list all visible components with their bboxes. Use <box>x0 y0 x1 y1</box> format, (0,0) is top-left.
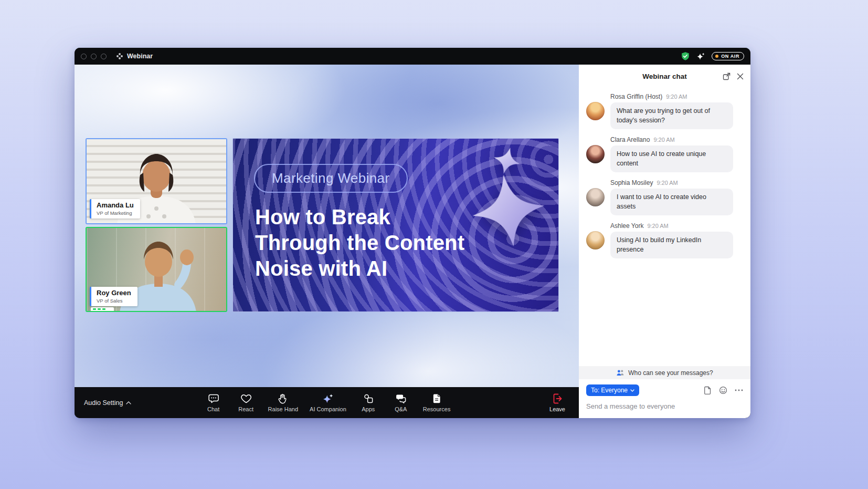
ai-sparkle-icon[interactable] <box>696 52 705 61</box>
heart-icon <box>240 393 252 404</box>
on-air-badge: ON AIR <box>712 52 744 60</box>
react-button[interactable]: React <box>236 393 257 412</box>
to-everyone-label: To: Everyone <box>591 387 628 394</box>
app-title: Webinar <box>127 53 153 60</box>
speaker-name: Roy Green <box>97 289 131 297</box>
audio-setting-label: Audio Setting <box>84 399 123 407</box>
leave-label: Leave <box>549 406 565 412</box>
leave-icon <box>552 393 563 404</box>
privacy-note-text: Who can see your messages? <box>628 369 713 377</box>
nametag-roy: Roy Green VP of Sales <box>90 287 137 306</box>
chat-button[interactable]: Chat <box>203 393 224 412</box>
people-icon <box>616 369 624 376</box>
chat-message: Rosa Griffin (Host) 9:20 AM What are you… <box>586 93 742 129</box>
audio-meter <box>91 307 114 311</box>
nametag-amanda: Amanda Lu VP of Marketing <box>90 199 140 219</box>
message-time: 9:20 AM <box>657 180 678 186</box>
emoji-button[interactable] <box>719 386 727 394</box>
popout-icon <box>723 72 731 80</box>
avatar-ashlee <box>586 231 605 249</box>
resources-label: Resources <box>423 406 451 412</box>
chat-message: Ashlee York 9:20 AM Using AI to build my… <box>586 222 742 258</box>
apps-button[interactable]: Apps <box>358 393 379 412</box>
chat-message: Clara Arellano 9:20 AM How to use AI to … <box>586 136 742 172</box>
on-air-dot <box>715 55 718 58</box>
maximize-window-button[interactable] <box>101 54 107 59</box>
privacy-note: Who can see your messages? <box>579 366 750 379</box>
speaker-tile-amanda[interactable]: Amanda Lu VP of Marketing <box>86 138 227 224</box>
message-input[interactable] <box>586 402 743 410</box>
chat-icon <box>208 393 219 404</box>
speaker-title: VP of Sales <box>97 298 131 304</box>
chevron-down-icon <box>630 389 634 392</box>
qa-button[interactable]: Q&A <box>390 393 411 412</box>
raise-hand-label: Raise Hand <box>268 406 298 412</box>
stage: Amanda Lu VP of Marketing <box>75 65 579 387</box>
leave-button[interactable]: Leave <box>549 393 565 412</box>
toolbar-items: Chat React Raise Hand <box>203 393 451 412</box>
file-icon <box>704 386 712 394</box>
resources-icon <box>431 393 442 404</box>
webinar-window: Webinar ON AIR <box>75 48 750 418</box>
chevron-up-icon <box>126 401 131 404</box>
resources-button[interactable]: Resources <box>423 393 451 412</box>
more-options-button[interactable] <box>735 389 743 391</box>
message-time: 9:20 AM <box>666 93 687 100</box>
avatar-sophia <box>586 188 605 206</box>
chat-message-list[interactable]: Rosa Griffin (Host) 9:20 AM What are you… <box>579 88 750 366</box>
chat-panel: Webinar chat <box>579 65 750 418</box>
apps-icon <box>363 393 374 404</box>
slide-headline: How to Break Through the Content Noise w… <box>255 204 464 281</box>
slide-badge: Marketing Webinar <box>254 164 408 193</box>
chat-title: Webinar chat <box>642 72 687 80</box>
composer: To: Everyone <box>579 379 750 418</box>
minimize-window-button[interactable] <box>91 54 97 59</box>
chat-label: Chat <box>207 406 219 412</box>
chat-message: Sophia Mosiley 9:20 AM I want to use AI … <box>586 179 742 215</box>
sparkle-shape-large <box>468 170 549 252</box>
smiley-icon <box>719 386 727 394</box>
message-sender: Ashlee York <box>610 222 643 230</box>
app-title-group: Webinar <box>116 53 153 60</box>
to-everyone-selector[interactable]: To: Everyone <box>586 384 639 396</box>
message-sender: Clara Arellano <box>610 136 650 143</box>
apps-label: Apps <box>362 406 375 412</box>
message-bubble: How to use AI to create unique content <box>610 145 733 172</box>
qa-icon <box>395 393 407 404</box>
ellipsis-icon <box>735 389 743 391</box>
ai-companion-label: AI Companion <box>310 406 346 412</box>
chat-header: Webinar chat <box>579 65 750 88</box>
raise-hand-icon <box>277 393 289 404</box>
qa-label: Q&A <box>395 406 407 412</box>
webinar-icon <box>116 53 123 60</box>
message-bubble: I want to use AI to create video assets <box>610 189 733 215</box>
message-sender: Rosa Griffin (Host) <box>610 93 662 100</box>
avatar-clara <box>586 145 605 163</box>
shared-slide: Marketing Webinar How to Break Through t… <box>232 138 559 312</box>
ai-companion-icon <box>322 393 334 404</box>
close-icon <box>737 73 744 80</box>
message-sender: Sophia Mosiley <box>610 179 653 186</box>
meeting-toolbar: Audio Setting Chat <box>75 387 579 418</box>
raise-hand-button[interactable]: Raise Hand <box>268 393 298 412</box>
window-controls <box>81 54 107 59</box>
avatar-rosa <box>586 102 605 120</box>
close-chat-button[interactable] <box>737 73 744 80</box>
react-label: React <box>238 406 253 412</box>
message-time: 9:20 AM <box>653 137 674 143</box>
chat-footer: Who can see your messages? To: Everyone <box>579 366 750 418</box>
close-window-button[interactable] <box>81 54 87 59</box>
speaker-tile-roy[interactable]: Roy Green VP of Sales <box>86 227 227 312</box>
speaker-title: VP of Marketing <box>97 210 134 216</box>
message-bubble: What are you trying to get out of today'… <box>610 102 733 129</box>
security-shield-icon[interactable] <box>681 51 690 61</box>
popout-chat-button[interactable] <box>723 72 731 80</box>
attach-file-button[interactable] <box>704 386 712 394</box>
on-air-label: ON AIR <box>721 54 739 59</box>
speaker-name: Amanda Lu <box>97 202 134 210</box>
message-bubble: Using AI to build my LinkedIn presence <box>610 232 733 258</box>
audio-setting-button[interactable]: Audio Setting <box>84 399 131 407</box>
titlebar: Webinar ON AIR <box>75 48 750 65</box>
ai-companion-button[interactable]: AI Companion <box>310 393 346 412</box>
titlebar-right: ON AIR <box>681 51 744 61</box>
